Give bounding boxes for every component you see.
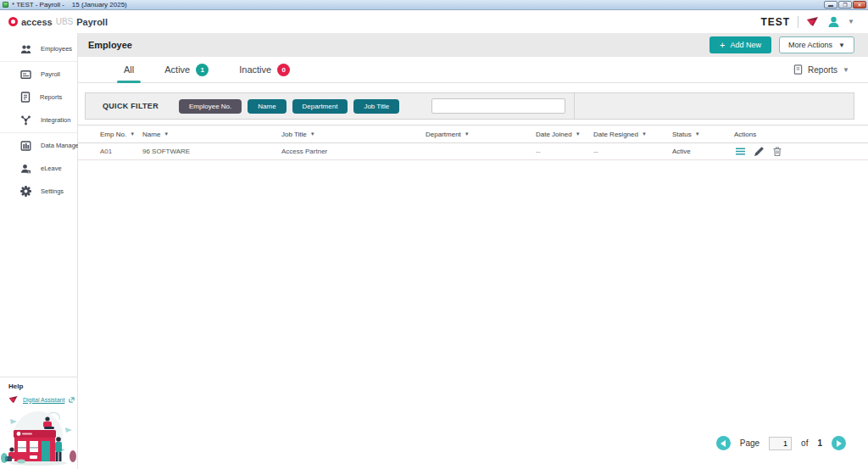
people-icon (20, 44, 31, 54)
sidebar-divider (0, 132, 77, 133)
card-icon (20, 70, 31, 80)
sidebar-item-label: eLeave (41, 165, 62, 172)
document-icon (20, 92, 31, 103)
sort-icon: ▼ (642, 131, 647, 137)
inactive-count-badge: 0 (277, 64, 290, 76)
main-content: Employee + Add New More Actions ▼ All Ac… (78, 33, 868, 469)
window-titlebar: * TEST - Payroll - 15 (January 2025) ▬ ❐… (0, 0, 868, 10)
filter-pill-employee-no[interactable]: Employee No. (179, 99, 242, 114)
digital-assistant-icon[interactable] (806, 16, 820, 27)
profile-chevron-down-icon[interactable]: ▼ (848, 18, 854, 25)
app-icon (3, 2, 8, 8)
cell-emp-no: A01 (100, 148, 142, 155)
delete-trash-icon[interactable] (773, 147, 782, 156)
sidebar-item-eleave[interactable]: eLeave (0, 157, 77, 180)
column-header-department[interactable]: Department▼ (426, 131, 536, 138)
chevron-down-icon: ▼ (838, 42, 845, 49)
sidebar-item-label: Reports (40, 93, 62, 101)
sidebar-item-integration[interactable]: Integration (0, 109, 77, 131)
table-header: Emp No.▼ Name▼ Job Title▼ Department▼ Da… (78, 125, 868, 143)
cell-job-title: Access Partner (281, 148, 426, 155)
cell-status: Active (672, 148, 734, 155)
add-new-button[interactable]: + Add New (709, 36, 771, 53)
cell-date-joined: -- (536, 148, 593, 155)
arrow-left-icon (721, 440, 726, 447)
previous-page-button[interactable] (716, 436, 731, 450)
access-ring-icon (8, 17, 18, 26)
row-menu-icon[interactable] (736, 148, 745, 155)
close-button[interactable]: ✕ (853, 1, 866, 8)
window-title: * TEST - Payroll - 15 (January 2025) (12, 1, 824, 8)
page-header: Employee + Add New More Actions ▼ (78, 33, 868, 57)
sort-icon: ▼ (310, 131, 315, 137)
page-number-input[interactable] (769, 437, 792, 450)
digital-assistant-link-row[interactable]: Digital Assistant (8, 395, 77, 404)
column-header-name[interactable]: Name▼ (142, 131, 281, 138)
quick-filter-label: QUICK FILTER (86, 102, 179, 110)
sidebar-item-label: Payroll (41, 70, 60, 78)
total-pages: 1 (817, 438, 822, 448)
active-count-badge: 1 (196, 64, 209, 76)
arrow-right-icon (837, 440, 842, 447)
column-header-date-resigned[interactable]: Date Resigned▼ (593, 131, 672, 138)
minimize-button[interactable]: ▬ (824, 1, 837, 8)
help-illustration (0, 407, 77, 469)
external-link-icon (69, 397, 75, 403)
next-page-button[interactable] (832, 436, 846, 450)
digital-assistant-icon (8, 395, 19, 404)
sidebar-item-reports[interactable]: Reports (0, 86, 77, 109)
sidebar-item-data-management[interactable]: Data Management (0, 134, 77, 157)
sidebar-item-employees[interactable]: Employees (0, 37, 77, 60)
sidebar-item-label: Integration (41, 116, 70, 124)
more-actions-button[interactable]: More Actions ▼ (779, 36, 854, 53)
of-label: of (801, 438, 808, 448)
network-icon (20, 114, 31, 126)
column-header-status[interactable]: Status▼ (672, 131, 734, 138)
column-header-actions: Actions (734, 131, 858, 138)
tab-inactive[interactable]: Inactive 0 (224, 57, 305, 82)
chevron-down-icon: ▼ (843, 66, 849, 74)
quick-filter-bar: QUICK FILTER Employee No. Name Departmen… (85, 92, 854, 120)
sort-icon: ▼ (164, 131, 169, 137)
digital-assistant-link[interactable]: Digital Assistant (23, 397, 64, 403)
plus-icon: + (720, 41, 725, 50)
page-title: Employee (88, 40, 132, 50)
tab-active[interactable]: Active 1 (149, 57, 224, 82)
access-ubs-logo: access UBS Payroll (8, 17, 108, 27)
company-name: TEST (760, 16, 790, 28)
restore-button[interactable]: ❐ (838, 1, 852, 8)
app-header: access UBS Payroll TEST ▼ (0, 10, 868, 33)
edit-pencil-icon[interactable] (754, 147, 764, 156)
filter-pill-department[interactable]: Department (292, 99, 348, 114)
sort-icon: ▼ (695, 131, 700, 137)
gear-icon (20, 186, 31, 197)
tabs-row: All Active 1 Inactive 0 Reports ▼ (78, 57, 868, 83)
cell-name: 96 SOFTWARE (142, 148, 281, 155)
logo-product-text: Payroll (76, 17, 108, 27)
sort-icon: ▼ (576, 131, 581, 137)
quick-filter-input[interactable] (431, 98, 565, 114)
sidebar-item-settings[interactable]: Settings (0, 180, 77, 203)
column-header-job-title[interactable]: Job Title▼ (281, 131, 426, 138)
filter-pill-job-title[interactable]: Job Title (353, 99, 399, 114)
user-profile-icon[interactable] (827, 16, 840, 28)
sidebar-item-label: Employees (41, 45, 72, 53)
sidebar-divider (0, 61, 77, 62)
column-header-emp-no[interactable]: Emp No.▼ (100, 131, 142, 138)
help-title: Help (8, 382, 77, 390)
filter-divider (574, 93, 575, 119)
logo-access-text: access (21, 17, 53, 27)
sidebar: Employees Payroll Reports Integration Da… (0, 33, 78, 469)
sort-icon: ▼ (465, 131, 470, 137)
help-section: Help Digital Assistant (0, 377, 77, 407)
table-row[interactable]: A01 96 SOFTWARE Access Partner -- -- Act… (78, 143, 868, 160)
reports-dropdown[interactable]: Reports ▼ (793, 64, 849, 75)
column-header-date-joined[interactable]: Date Joined▼ (536, 131, 593, 138)
sidebar-item-label: Settings (41, 187, 64, 195)
sidebar-item-payroll[interactable]: Payroll (0, 63, 77, 86)
tab-all[interactable]: All (108, 57, 149, 82)
filter-pill-name[interactable]: Name (248, 99, 286, 114)
logo-ubs-text: UBS (56, 17, 74, 26)
person-icon (20, 164, 31, 174)
cell-date-resigned: -- (593, 148, 672, 155)
